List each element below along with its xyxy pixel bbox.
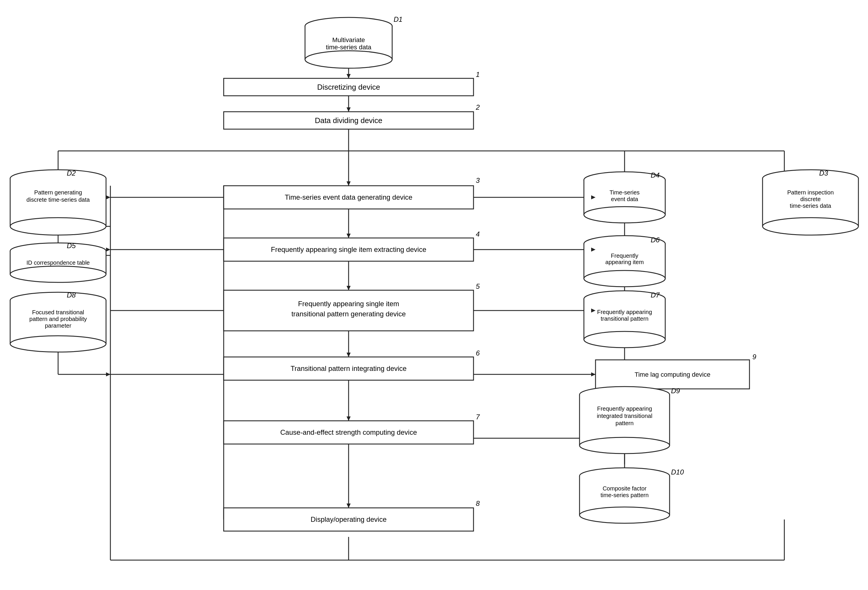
D10-line1: Composite factor bbox=[602, 485, 647, 491]
refD2: D2 bbox=[67, 169, 76, 177]
D1-line2: time-series data bbox=[326, 44, 372, 51]
D1-line1: Multivariate bbox=[332, 36, 365, 44]
svg-point-68 bbox=[763, 218, 858, 235]
ref2: 2 bbox=[475, 103, 480, 111]
device2-label: Data dividing device bbox=[315, 116, 382, 125]
refD4: D4 bbox=[651, 171, 660, 179]
D9-line1: Frequently appearing bbox=[597, 405, 652, 412]
D6-line1: Frequently bbox=[611, 253, 639, 259]
svg-point-93 bbox=[10, 336, 106, 352]
D7-line1: Frequently appearing bbox=[597, 309, 652, 315]
D7-line2: transitional pattern bbox=[601, 315, 649, 322]
ref8: 8 bbox=[476, 499, 480, 507]
D3-line1: Pattern inspection bbox=[787, 189, 834, 196]
refD6: D6 bbox=[651, 236, 660, 244]
D8-line3: parameter bbox=[45, 322, 71, 329]
D6-line2: appearing item bbox=[605, 259, 644, 265]
svg-point-63 bbox=[10, 218, 106, 235]
D4-line1: Time-series bbox=[610, 189, 640, 196]
svg-point-83 bbox=[584, 271, 665, 287]
refD3: D3 bbox=[819, 169, 828, 177]
refD9: D9 bbox=[671, 387, 680, 395]
D3-line2: discrete bbox=[800, 196, 821, 202]
svg-point-73 bbox=[584, 207, 665, 223]
refD5: D5 bbox=[67, 242, 76, 250]
D8-line1: Focused transitional bbox=[32, 309, 84, 315]
device6-label: Transitional pattern integrating device bbox=[291, 365, 406, 372]
D10-line2: time-series pattern bbox=[601, 492, 649, 498]
ref9: 9 bbox=[752, 353, 756, 361]
device4-label: Frequently appearing single item extract… bbox=[271, 246, 427, 253]
D2-line2: discrete time-series data bbox=[27, 196, 90, 203]
ref7: 7 bbox=[476, 413, 480, 421]
svg-point-98 bbox=[580, 437, 670, 453]
device3-label: Time-series event data generating device bbox=[285, 193, 412, 201]
refD1: D1 bbox=[394, 15, 403, 23]
refD10: D10 bbox=[671, 468, 684, 476]
device7-label: Cause-and-effect strength computing devi… bbox=[280, 428, 417, 436]
D3-line3: time-series data bbox=[790, 203, 831, 209]
device5-label-line1: Frequently appearing single item bbox=[298, 300, 399, 308]
D5-label: ID correspondence table bbox=[27, 259, 90, 266]
refD7: D7 bbox=[651, 291, 660, 299]
ref4: 4 bbox=[476, 230, 480, 238]
ref3: 3 bbox=[476, 177, 480, 184]
D9-line3: pattern bbox=[616, 420, 633, 426]
device9-label: Time lag computing device bbox=[635, 371, 710, 378]
D8-line2: pattern and probability bbox=[30, 316, 87, 322]
svg-point-103 bbox=[580, 507, 670, 523]
D9-line2: integrated transitional bbox=[597, 413, 652, 419]
device1-label: Discretizing device bbox=[317, 83, 380, 91]
refD8: D8 bbox=[67, 291, 76, 299]
ref1: 1 bbox=[476, 71, 480, 78]
ref6: 6 bbox=[476, 349, 480, 357]
device5-label-line2: transitional pattern generating device bbox=[291, 310, 406, 318]
svg-point-88 bbox=[584, 331, 665, 348]
svg-point-58 bbox=[305, 51, 392, 68]
D2-line1: Pattern generating bbox=[34, 189, 82, 196]
ref5: 5 bbox=[476, 282, 480, 290]
svg-point-78 bbox=[10, 266, 106, 282]
device8-label: Display/operating device bbox=[310, 515, 386, 523]
D4-line2: event data bbox=[611, 196, 638, 202]
